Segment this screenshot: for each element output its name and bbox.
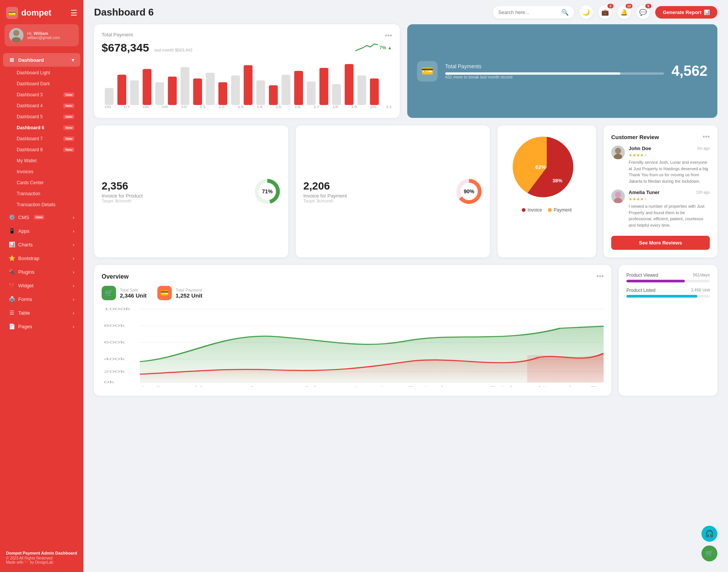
nav-item-dashboard6[interactable]: Dashboard 6 New [3,122,80,133]
fab-area: 🎧 🛒 [701,526,717,561]
svg-text:June: June [249,385,270,387]
svg-rect-9 [168,77,177,105]
nav-item-transaction-details[interactable]: Transaction Details [3,199,80,210]
nav-item-mywallet[interactable]: My Wallet [3,155,80,166]
chevron-right-icon: › [73,255,74,261]
nav-item-dashboard-dark[interactable]: Dashboard Dark [3,78,80,89]
apps-icon: 📱 [8,228,15,234]
invoice-payment-label: Invoice for Payment [303,193,347,199]
product-viewed-label: Product Viewed [626,273,658,278]
svg-text:38%: 38% [552,178,562,183]
review-item-2: Amelia Tuner 10h ago ★★★★★ I viewed a nu… [611,190,710,228]
nav-item-dashboard7[interactable]: Dashboard 7 New [3,133,80,144]
svg-text:19: 19 [351,105,358,109]
payment-menu-dots[interactable]: ••• [385,32,392,40]
customer-review-card: Customer Review ••• John Doe 5m ago ★★★★… [604,125,717,257]
dashboard-icon: ⊞ [8,57,15,63]
nav-bootstrap[interactable]: ⭐Bootstrap › [3,252,80,265]
row-3: Overview ••• 🛒 Total Sale 2,346 Unit 💳 [94,265,717,396]
payment-legend-dot [548,208,552,212]
nav-charts[interactable]: 📊Charts › [3,238,80,251]
invoice-payment-target: Target 3k/month [303,199,347,203]
svg-rect-19 [294,71,303,105]
product-listed-label: Product Listed [626,288,656,293]
overview-title: Overview [102,273,129,280]
bar-chart: 06 07 08 09 10 11 12 13 14 15 16 17 18 1… [102,60,392,110]
nav-item-transaction[interactable]: Transaction [3,188,80,199]
total-payment-label: Total Payment [102,32,133,38]
cart-fab[interactable]: 🛒 [701,545,717,561]
nav-item-cardscenter[interactable]: Cards Center [3,177,80,188]
svg-rect-6 [130,80,139,105]
svg-rect-18 [282,75,290,105]
svg-text:November: November [538,385,584,387]
nav-widget[interactable]: ❤️Widget › [3,279,80,292]
svg-point-2 [13,30,19,36]
user-email: william@gmail.com [27,36,60,40]
chat-badge: 5 [645,4,651,8]
nav-item-dashboard5[interactable]: Dashboard 5 New [3,111,80,122]
search-box[interactable]: 🔍 [493,6,574,19]
review-title: Customer Review [611,134,659,140]
svg-text:0k: 0k [104,380,115,384]
svg-text:April: April [140,385,160,387]
nav-cms[interactable]: ⚙️CMS New › [3,211,80,224]
svg-point-52 [615,192,621,198]
search-input[interactable] [498,9,559,15]
pie-legend: Invoice Payment [505,207,588,213]
chevron-right-icon: › [73,310,74,316]
sidebar-footer: Dompet Payment Admin Dashboard © 2023 Al… [0,546,83,566]
payment-icon: 💳 [157,286,172,300]
nav-apps[interactable]: 📱Apps › [3,224,80,237]
nav-item-dashboard8[interactable]: Dashboard 8 New [3,144,80,155]
wallet-btn[interactable]: 💼 2 [598,5,612,19]
invoice-payment-card: 2,206 Invoice for Payment Target 3k/mont… [296,125,490,257]
svg-text:14: 14 [256,105,263,109]
nav-item-dashboard4[interactable]: Dashboard 4 New [3,100,80,111]
support-icon: 🎧 [705,530,714,538]
overview-menu-dots[interactable]: ••• [596,273,604,281]
generate-report-button[interactable]: Generate Report 📊 [655,6,717,19]
invoice-product-card: 2,356 Invoice for Product Target 3k/mont… [94,125,288,257]
nav-item-invoices[interactable]: Invoices [3,166,80,177]
svg-rect-24 [357,75,366,105]
svg-text:16: 16 [294,105,301,109]
nav-item-dashboard3[interactable]: Dashboard 3 New [3,89,80,100]
payment-stat-val: 1,252 Unit [176,292,202,299]
invoice-payment-value: 2,206 [303,180,347,192]
nav-pages[interactable]: 📄Pages › [3,320,80,333]
chat-btn[interactable]: 💬 5 [636,5,650,19]
support-fab[interactable]: 🎧 [701,526,717,542]
topbar: Dashboard 6 🔍 🌙 💼 2 🔔 12 💬 5 Generate Re… [83,0,728,24]
pages-icon: 📄 [8,323,15,329]
svg-rect-8 [155,82,164,105]
review-menu-dots[interactable]: ••• [703,133,710,141]
reviewer-avatar-1 [611,146,625,159]
nav-plugins[interactable]: 🔌Plugins › [3,265,80,278]
svg-text:600k: 600k [104,340,125,344]
reviewer-avatar-2 [611,190,625,203]
user-profile: Hi, William william@gmail.com [5,24,79,46]
sale-label: Total Sale [120,288,147,292]
payments-info: Total Payments 431 more to break last mo… [445,63,664,79]
invoice-product-target: Target 3k/month [102,199,143,203]
svg-rect-5 [118,75,126,105]
nav-forms[interactable]: 🖨️Forms › [3,293,80,306]
invoice-product-donut: 71% [254,178,281,205]
svg-text:May: May [195,385,213,387]
svg-text:12: 12 [218,105,225,109]
dark-mode-btn[interactable]: 🌙 [579,5,593,19]
nav-item-dashboard-light[interactable]: Dashboard Light [3,67,80,78]
see-more-reviews-button[interactable]: See More Reviews [611,236,710,250]
nav-dashboard[interactable]: ⊞ Dashboard ▾ [3,53,80,67]
svg-text:11: 11 [199,105,206,109]
svg-text:July: July [303,385,321,387]
legend-invoice: Invoice [522,207,542,213]
reviewer-stars-2: ★★★★★ [629,195,710,202]
payments-sub: 431 more to break last month record [445,75,664,79]
notification-btn[interactable]: 🔔 12 [617,5,631,19]
row-2: 2,356 Invoice for Product Target 3k/mont… [94,125,717,257]
chevron-right-icon: › [73,228,74,234]
nav-table[interactable]: ☰Table › [3,306,80,319]
hamburger-icon[interactable]: ☰ [71,8,77,17]
